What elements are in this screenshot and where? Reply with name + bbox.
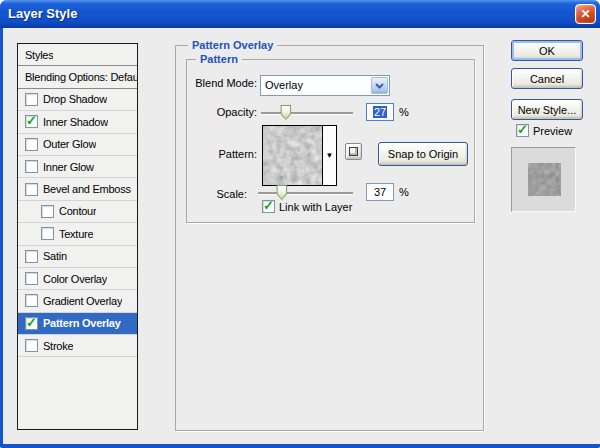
checkbox[interactable] [25,339,38,352]
new-preset-icon [349,147,358,156]
sidebar-item-label: Bevel and Emboss [43,183,131,195]
sidebar-item-blending-options[interactable]: Blending Options: Default [18,66,137,88]
checkbox[interactable] [41,205,54,218]
sidebar-item-contour[interactable]: Contour [18,201,137,223]
preview-layer-square [528,163,561,196]
preview-label[interactable]: Preview [533,125,572,138]
sidebar-item-bevel-and-emboss[interactable]: Bevel and Emboss [18,178,137,200]
new-pattern-preset-button[interactable] [345,143,362,160]
dialog-body: Styles Blending Options: Default Drop Sh… [6,28,600,444]
chevron-down-icon[interactable] [371,77,388,94]
preview-checkbox[interactable]: ✓ [516,124,529,137]
sidebar-item-label: Inner Glow [43,161,94,173]
sidebar-item-texture[interactable]: Texture [18,223,137,245]
sidebar-item-gradient-overlay[interactable]: Gradient Overlay [18,290,137,312]
sidebar-item-inner-shadow[interactable]: ✓ Inner Shadow [18,111,137,133]
link-with-layer-label[interactable]: Link with Layer [279,201,352,214]
group-title: Pattern [196,53,242,66]
checkbox[interactable] [25,160,38,173]
sidebar-item-label: Color Overlay [43,273,107,285]
checkbox[interactable]: ✓ [25,115,38,128]
cancel-button[interactable]: Cancel [511,68,583,89]
link-with-layer-checkbox[interactable]: ✓ [262,200,275,213]
sidebar-item-drop-shadow[interactable]: Drop Shadow [18,89,137,111]
pattern-picker-arrow[interactable]: ▼ [322,125,337,186]
new-style-button[interactable]: New Style... [511,99,583,120]
opacity-label: Opacity: [187,106,257,119]
checkbox[interactable] [25,272,38,285]
blend-mode-select[interactable]: Overlay [260,75,390,96]
opacity-value: 27 [373,106,387,118]
cancel-label: Cancel [530,73,564,85]
pattern-label: Pattern: [187,148,257,161]
opacity-slider-thumb[interactable] [280,105,291,120]
checkbox[interactable] [25,183,38,196]
scale-label: Scale: [187,188,247,201]
sidebar-item-label: Contour [59,205,96,217]
window-title: Layer Style [8,0,77,27]
checkbox[interactable] [25,294,38,307]
section-title: Pattern Overlay [188,39,277,52]
snap-to-origin-button[interactable]: Snap to Origin [378,142,468,166]
check-icon: ✓ [26,316,37,329]
opacity-unit: % [399,106,409,119]
sidebar-item-label: Stroke [43,340,73,352]
checkbox[interactable] [25,138,38,151]
sidebar-item-pattern-overlay[interactable]: ✓ Pattern Overlay [18,313,137,335]
scale-unit: % [399,186,409,199]
ok-label: OK [539,45,555,57]
sidebar-item-stroke[interactable]: Stroke [18,335,137,357]
pattern-swatch[interactable] [262,125,323,186]
effect-preview-thumbnail [511,147,576,212]
sidebar-item-label: Styles [25,49,53,61]
sidebar-item-inner-glow[interactable]: Inner Glow [18,156,137,178]
sidebar-item-label: Texture [59,228,93,240]
ok-button[interactable]: OK [511,40,583,61]
sidebar-item-label: Pattern Overlay [43,317,121,329]
close-icon: ✕ [580,8,590,20]
opacity-slider [261,105,353,121]
pattern-group: Pattern Blend Mode: Overlay Opacity: [186,59,475,223]
sidebar-item-label: Outer Glow [43,138,96,150]
new-style-label: New Style... [518,104,577,116]
titlebar[interactable]: Layer Style ✕ [0,0,600,28]
checkbox[interactable]: ✓ [25,317,38,330]
sidebar-item-label: Drop Shadow [43,93,107,105]
scale-input[interactable]: 37 [366,183,394,201]
check-icon: ✓ [263,199,274,212]
checkbox[interactable] [25,93,38,106]
checkbox[interactable] [41,227,54,240]
styles-list: Styles Blending Options: Default Drop Sh… [17,43,138,430]
check-icon: ✓ [517,123,528,136]
check-icon: ✓ [26,114,37,127]
sidebar-item-label: Blending Options: Default [25,71,137,83]
screen: Layer Style ✕ Styles Blending Options: D… [0,0,600,448]
opacity-input[interactable]: 27 [366,103,394,121]
scale-slider-thumb[interactable] [276,185,287,200]
sidebar-item-label: Satin [43,250,67,262]
sidebar-item-satin[interactable]: Satin [18,246,137,268]
snap-to-origin-label: Snap to Origin [388,148,458,160]
sidebar-item-color-overlay[interactable]: Color Overlay [18,268,137,290]
sidebar-item-styles[interactable]: Styles [18,44,137,66]
sidebar-item-outer-glow[interactable]: Outer Glow [18,134,137,156]
blend-mode-value: Overlay [265,76,303,95]
arrow-down-icon: ▼ [326,152,334,160]
scale-value: 37 [374,186,386,198]
pattern-overlay-section: Pattern Overlay Pattern Blend Mode: Over… [175,45,484,431]
sidebar-item-label: Gradient Overlay [43,295,122,307]
close-button[interactable]: ✕ [575,4,596,24]
blend-mode-label: Blend Mode: [187,77,257,90]
checkbox[interactable] [25,250,38,263]
layer-style-dialog: Layer Style ✕ Styles Blending Options: D… [0,0,600,448]
sidebar-item-label: Inner Shadow [43,116,108,128]
